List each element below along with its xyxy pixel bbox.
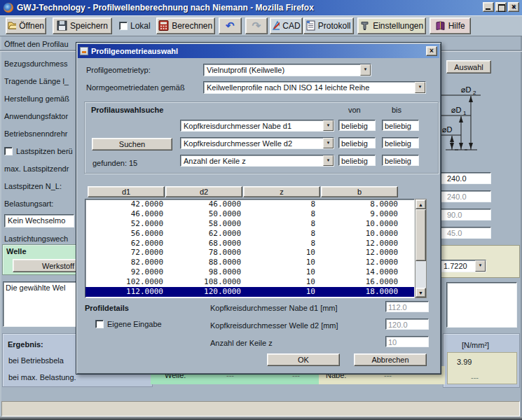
cell-z: 10 <box>243 277 321 287</box>
cancel-button[interactable]: Abbrechen <box>354 354 427 366</box>
lokal-checkbox[interactable] <box>119 22 128 30</box>
bis-input[interactable]: beliebig <box>382 155 419 166</box>
scroll-down-button[interactable] <box>415 288 426 298</box>
dim-label-d1: ⌀D <box>451 106 462 114</box>
cell-b: 12.0000 <box>321 239 399 248</box>
auswahl-button[interactable]: Auswahl <box>446 60 491 74</box>
ok-button[interactable]: OK <box>267 354 340 366</box>
cell-b: 14.0000 <box>321 267 399 277</box>
profilgeometrietyp-label: Profilgeometrietyp: <box>86 66 151 74</box>
app-titlebar: GWJ-Technology - Profilwellenberechnung … <box>0 0 522 15</box>
calculate-button[interactable]: Berechnen <box>156 18 215 34</box>
criterion-combo[interactable]: Anzahl der Keile z <box>180 155 334 167</box>
profilgeometrietyp-combo[interactable]: Vielnutprofil (Keilwelle) <box>203 64 371 76</box>
detail-row: Kopfkreisdurchmesser Welle d2 [mm] 120.0 <box>210 318 434 335</box>
table-row[interactable]: 102.0000 108.0000 10 16.0000 <box>85 277 414 287</box>
lastspitzen-label: Lastspitzen berü <box>16 147 73 155</box>
dropdown-arrow-icon[interactable] <box>415 82 425 93</box>
dropdown-arrow-icon[interactable] <box>323 120 334 131</box>
von-input[interactable]: beliebig <box>338 137 376 148</box>
cell-b: 16.0000 <box>321 277 399 287</box>
von-input[interactable]: beliebig <box>338 155 376 166</box>
detail-label: Anzahl der Keile z <box>210 339 273 347</box>
cell-d2: 88.0000 <box>165 258 243 267</box>
column-header-button[interactable]: z <box>243 186 320 197</box>
window-bottom-edge <box>0 416 522 420</box>
cell-b: 12.0000 <box>321 248 399 258</box>
help-button[interactable]: Hilfe <box>430 18 471 34</box>
close-button[interactable] <box>508 2 519 12</box>
table-row[interactable]: 52.0000 58.0000 8 10.0000 <box>85 219 414 229</box>
cell-d1: 102.0000 <box>85 277 165 287</box>
criterion-combo[interactable]: Kopfkreisdurchmesser Welle d2 <box>180 137 334 149</box>
criterion-combo[interactable]: Kopfkreisdurchmesser Nabe d1 <box>180 120 334 132</box>
dropdown-arrow-icon[interactable] <box>360 64 371 76</box>
maximize-button[interactable] <box>495 2 507 12</box>
von-input[interactable]: beliebig <box>338 120 376 131</box>
dialog-profilgeometrieauswahl: Profilgeometrieauswahl Profilgeometriety… <box>76 42 441 374</box>
dim-label-d2: ⌀D <box>461 85 472 94</box>
open-folder-icon <box>8 20 16 31</box>
search-row: Anzahl der Keile z beliebig beliebig <box>180 155 425 172</box>
table-row[interactable]: 62.0000 68.0000 8 12.0000 <box>85 239 414 248</box>
dialog-body: Profilgeometrietyp: Vielnutprofil (Keilw… <box>78 58 439 372</box>
settings-button[interactable]: Einstellungen <box>357 18 426 34</box>
table-row[interactable]: 46.0000 50.0000 8 9.0000 <box>85 209 414 219</box>
dropdown-arrow-icon[interactable] <box>323 138 334 148</box>
normgeometrie-combo[interactable]: Keilwellenprofile nach DIN ISO 14 leicht… <box>203 81 426 94</box>
cell-d2: 68.0000 <box>165 239 243 248</box>
table-row[interactable]: 82.0000 88.0000 10 12.0000 <box>85 258 414 267</box>
dropdown-arrow-icon[interactable] <box>323 155 334 166</box>
dim-label-d1-sub: 1 <box>463 110 467 116</box>
scroll-thumb[interactable] <box>415 209 426 261</box>
lastspitzen-checkbox[interactable] <box>4 147 13 155</box>
status-bar <box>1 401 520 416</box>
undo-button[interactable] <box>219 18 242 34</box>
stress-result-dash: --- <box>471 373 479 382</box>
cell-b: 9.0000 <box>321 209 399 219</box>
cell-d1: 46.0000 <box>85 209 165 219</box>
belastungsart-select[interactable]: Kein Wechselmo <box>4 214 74 227</box>
save-button[interactable]: Speichern <box>53 18 112 34</box>
table-row[interactable]: 112.0000 120.0000 10 18.0000 <box>85 287 414 297</box>
cell-d1: 72.0000 <box>85 248 165 258</box>
protocol-button[interactable]: Protokoll <box>303 18 354 34</box>
bis-column-label: bis <box>392 106 401 114</box>
table-row[interactable]: 56.0000 62.0000 8 10.0000 <box>85 229 414 239</box>
profile-table-headers: d1d2zb <box>88 186 398 197</box>
dialog-title: Profilgeometrieauswahl <box>91 47 178 55</box>
protocol-icon <box>306 20 315 31</box>
bis-input[interactable]: beliebig <box>382 120 419 131</box>
undo-icon <box>226 21 235 31</box>
lokal-checkbox-row: Lokal <box>119 21 151 31</box>
column-header-button[interactable]: d1 <box>88 186 165 197</box>
column-header-button[interactable]: d2 <box>165 186 242 197</box>
open-button[interactable]: Öffnen <box>6 18 46 34</box>
table-row[interactable]: 42.0000 46.0000 8 8.0000 <box>85 200 414 209</box>
eigene-eingabe-checkbox[interactable] <box>95 320 104 328</box>
cad-button[interactable]: CAD <box>270 18 303 34</box>
dialog-close-button[interactable] <box>426 46 437 56</box>
redo-button <box>245 18 268 34</box>
table-scrollbar[interactable] <box>415 199 427 298</box>
detail-label: Kopfkreisdurchmesser Welle d2 [mm] <box>210 321 338 330</box>
minimize-button[interactable] <box>483 2 494 12</box>
suchen-button[interactable]: Suchen <box>92 138 172 150</box>
found-count: gefunden: 15 <box>92 159 137 167</box>
column-header-button[interactable]: b <box>321 186 398 197</box>
redo-icon <box>252 21 261 31</box>
table-row[interactable]: 92.0000 98.0000 10 14.0000 <box>85 267 414 277</box>
scroll-up-button[interactable] <box>415 200 426 209</box>
search-groupbox: Profilauswahlsuche von bis Kopfkreisdurc… <box>84 102 439 174</box>
profildetails-rows: Kopfkreisdurchmesser Nabe d1 [mm] 112.0 … <box>210 300 434 353</box>
lokal-label: Lokal <box>130 21 151 31</box>
cell-d1: 42.0000 <box>85 200 165 209</box>
calculator-icon <box>158 20 169 31</box>
dropdown-arrow-icon[interactable] <box>475 260 486 272</box>
settings-icon <box>359 20 370 31</box>
table-row[interactable]: 72.0000 78.0000 10 12.0000 <box>85 248 414 258</box>
nabe-description-textarea[interactable] <box>446 282 517 328</box>
dialog-titlebar[interactable]: Profilgeometrieauswahl <box>78 44 439 58</box>
bis-input[interactable]: beliebig <box>382 137 419 148</box>
dim-label-d: ⌀D <box>442 125 453 134</box>
